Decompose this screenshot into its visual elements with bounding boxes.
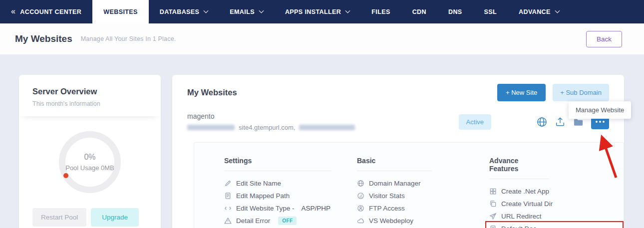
menu-item-label: Domain Manager (369, 180, 421, 187)
menu-item-edit-mapped-path[interactable]: Edit Mapped Path (224, 192, 357, 200)
menu-item-edit-website-type[interactable]: Edit Website Type - ASP/PHP (224, 204, 357, 212)
detail-error-off-badge: OFF (278, 217, 297, 225)
copy-icon (489, 200, 497, 208)
nav-label-websites: WEBSITES (103, 8, 137, 15)
menu-column-advance-features: Advance Features Create .Net App Create … (489, 157, 624, 228)
manage-website-tooltip: Manage Website (569, 101, 631, 119)
menu-item-domain-manager[interactable]: Domain Manager (357, 179, 489, 187)
nav-label-apps-installer: APPS INSTALLER (285, 8, 341, 15)
status-badge: Active (459, 114, 491, 130)
chevron-down-icon (204, 8, 209, 13)
upgrade-button[interactable]: Upgrade (91, 208, 139, 227)
stats-icon (357, 192, 364, 200)
document-icon (224, 192, 232, 200)
site-domain-visible: site4.gtempurl.com, (239, 124, 295, 131)
menu-item-label: Create .Net App (501, 188, 549, 195)
menu-item-default-doc[interactable]: Default Doc (489, 225, 537, 228)
grid-icon (489, 188, 497, 195)
gauge-center: 0% Pool Usage 0MB (59, 131, 121, 193)
menu-item-label: Edit Mapped Path (236, 192, 290, 200)
pool-usage-percent: 0% (84, 153, 95, 162)
nav-label-files: FILES (371, 8, 390, 15)
page-title: My Websites (15, 33, 72, 44)
redacted-text (187, 125, 235, 130)
menu-basic-title: Basic (357, 157, 432, 171)
nav-websites[interactable]: WEBSITES (92, 0, 148, 23)
server-overview-title: Server Overview (32, 87, 147, 96)
chevron-down-icon (259, 8, 264, 13)
warning-icon (224, 217, 232, 225)
edit-icon (224, 180, 232, 187)
menu-advance-title: Advance Features (489, 157, 549, 179)
menu-item-edit-site-name[interactable]: Edit Site Name (224, 179, 357, 187)
chevron-down-icon (555, 8, 560, 13)
menu-item-label: Detail Error (236, 217, 270, 225)
menu-item-vs-webdeploy[interactable]: VS Webdeploy (357, 217, 489, 225)
redacted-text (299, 125, 355, 130)
nav-label-ssl: SSL (484, 8, 497, 15)
menu-item-ftp-access[interactable]: FTP Access (357, 204, 489, 212)
server-overview-head: Server Overview This month's information (19, 75, 161, 116)
my-websites-title: My Websites (187, 88, 237, 97)
my-websites-card: My Websites + New Site + Sub Domain mage… (172, 75, 624, 228)
pool-buttons: Restart Pool Upgrade (32, 208, 147, 227)
nav-files[interactable]: FILES (360, 0, 401, 23)
menu-item-label: Default Doc (501, 225, 537, 228)
manage-website-menu: Settings Edit Site Name Edit Mapped Path… (194, 142, 624, 228)
chevron-down-icon (345, 8, 350, 13)
nav-apps-installer[interactable]: APPS INSTALLER (274, 0, 360, 23)
nav-label-emails: EMAILS (230, 8, 255, 15)
menu-column-settings: Settings Edit Site Name Edit Mapped Path… (224, 157, 357, 228)
head-buttons: + New Site + Sub Domain (497, 84, 609, 101)
restart-pool-button[interactable]: Restart Pool (32, 208, 86, 227)
nav-account-center[interactable]: « ACCOUNT CENTER (0, 0, 92, 23)
nav-advance[interactable]: ADVANCE (508, 0, 570, 23)
website-row: magento site4.gtempurl.com, Active (172, 112, 624, 131)
new-site-button[interactable]: + New Site (497, 84, 546, 101)
server-overview-card: Server Overview This month's information… (19, 75, 161, 228)
menu-item-visitor-stats[interactable]: Visitor Stats (357, 192, 489, 200)
nav-label-advance: ADVANCE (519, 8, 551, 15)
nav-label-dns: DNS (448, 8, 462, 15)
site-info: magento site4.gtempurl.com, (187, 112, 459, 131)
server-overview-subtitle: This month's information (32, 100, 147, 107)
site-domain: site4.gtempurl.com, (187, 124, 459, 131)
nav-label-databases: DATABASES (160, 8, 200, 15)
menu-item-label: FTP Access (369, 205, 405, 212)
menu-item-label: VS Webdeploy (369, 217, 413, 225)
nav-cdn[interactable]: CDN (401, 0, 437, 23)
doc-icon (489, 225, 497, 228)
top-navigation: « ACCOUNT CENTER WEBSITES DATABASES EMAI… (0, 0, 644, 23)
menu-item-create-net-app[interactable]: Create .Net App (489, 187, 624, 195)
nav-databases[interactable]: DATABASES (149, 0, 219, 23)
domain-globe-icon[interactable] (536, 116, 548, 128)
menu-item-detail-error[interactable]: Detail Error OFF (224, 217, 357, 225)
cloud-icon (357, 217, 364, 225)
send-icon (489, 213, 497, 220)
globe-icon (357, 180, 364, 187)
nav-label-cdn: CDN (412, 8, 426, 15)
menu-settings-title: Settings (224, 157, 331, 171)
pool-usage-gauge: 0% Pool Usage 0MB (59, 131, 121, 193)
back-button[interactable]: Back (586, 31, 622, 47)
my-websites-head: My Websites + New Site + Sub Domain (172, 75, 624, 101)
double-chevron-left-icon: « (11, 7, 15, 16)
menu-item-label: Visitor Stats (369, 192, 405, 200)
upload-icon[interactable] (555, 116, 566, 127)
menu-item-label: Create Virtual Dir (501, 200, 553, 208)
nav-emails[interactable]: EMAILS (219, 0, 274, 23)
site-name: magento (187, 112, 459, 120)
menu-item-label: URL Redirect (501, 213, 542, 220)
nav-dns[interactable]: DNS (437, 0, 473, 23)
menu-column-basic: Basic Domain Manager Visitor Stats FTP A… (357, 157, 489, 228)
website-type-value: ASP/PHP (302, 205, 331, 212)
menu-item-url-redirect[interactable]: URL Redirect (489, 212, 624, 220)
nav-ssl[interactable]: SSL (473, 0, 508, 23)
menu-item-label: Edit Website Type - (236, 205, 295, 212)
page-subtitle: Manage All Your Sites In 1 Place. (81, 35, 176, 42)
default-doc-highlight-box: Default Doc (485, 221, 624, 228)
sub-domain-button[interactable]: + Sub Domain (553, 84, 609, 101)
menu-item-create-virtual-dir[interactable]: Create Virtual Dir (489, 200, 624, 208)
user-icon (357, 205, 364, 212)
menu-item-label: Edit Site Name (236, 180, 281, 187)
